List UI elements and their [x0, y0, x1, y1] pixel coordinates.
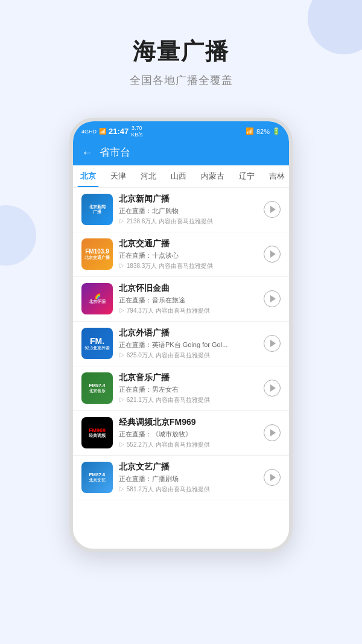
play-icon	[270, 206, 276, 213]
radio-name: 经典调频北京FM969	[119, 417, 258, 428]
radio-item[interactable]: FM103.9北京交通广播 北京交通广播 正在直播：十点谈心 ▷ 1838.3万…	[73, 232, 289, 277]
nav-bar: ← 省市台	[73, 141, 289, 165]
play-button[interactable]	[264, 424, 281, 441]
radio-info: 北京怀旧金曲 正在直播：音乐在旅途 ▷ 794.3万人 内容由喜马拉雅提供	[119, 283, 258, 315]
status-left: 4GHD 📶 21:47 3.70 KB/s	[81, 125, 142, 138]
wifi-icon: 📶	[246, 127, 254, 135]
radio-stats: ▷ 581.2万人 内容由喜马拉雅提供	[119, 485, 258, 494]
radio-live: 正在直播：广播剧场	[119, 474, 258, 483]
radio-live: 正在直播：男左女右	[119, 385, 258, 394]
tab-hebei[interactable]: 河北	[133, 165, 164, 187]
status-right: 📶 82% 🔋	[246, 127, 281, 135]
phone-wrapper: 4GHD 📶 21:47 3.70 KB/s 📶 82% 🔋 ← 省市台 北京 …	[0, 118, 362, 552]
radio-logo: FM87.6北京文艺	[81, 462, 113, 493]
play-button[interactable]	[264, 335, 281, 352]
radio-logo: 北京新闻广播	[81, 194, 113, 225]
radio-info: 北京新闻广播 正在直播：北广购物 ▷ 2138.6万人 内容由喜马拉雅提供	[119, 194, 258, 226]
radio-live: 正在直播：音乐在旅途	[119, 296, 258, 305]
play-icon	[270, 384, 276, 392]
status-bar: 4GHD 📶 21:47 3.70 KB/s 📶 82% 🔋	[73, 121, 289, 141]
radio-logo: FM103.9北京交通广播	[81, 238, 113, 270]
radio-name: 北京交通广播	[119, 238, 258, 249]
tab-beijing[interactable]: 北京	[73, 165, 103, 187]
play-icon	[270, 429, 276, 436]
radio-info: 经典调频北京FM969 正在直播：《城市放牧》 ▷ 552.2万人 内容由喜马拉…	[119, 417, 258, 449]
radio-stats: ▷ 621.1万人 内容由喜马拉雅提供	[119, 396, 258, 404]
radio-item[interactable]: FM97.4北京音乐 北京音乐广播 正在直播：男左女右 ▷ 621.1万人 内容…	[73, 366, 289, 411]
radio-info: 北京音乐广播 正在直播：男左女右 ▷ 621.1万人 内容由喜马拉雅提供	[119, 372, 258, 404]
radio-item[interactable]: 🌈北京怀旧 北京怀旧金曲 正在直播：音乐在旅途 ▷ 794.3万人 内容由喜马拉…	[73, 277, 289, 322]
radio-live: 正在直播：英语PK台 Going for Gol...	[119, 340, 258, 349]
network-type: 4GHD	[81, 129, 97, 135]
play-icon	[270, 295, 276, 302]
radio-name: 北京文艺广播	[119, 462, 258, 473]
phone-mockup: 4GHD 📶 21:47 3.70 KB/s 📶 82% 🔋 ← 省市台 北京 …	[69, 118, 293, 552]
radio-stats: ▷ 625.0万人 内容由喜马拉雅提供	[119, 351, 258, 360]
play-button[interactable]	[264, 380, 281, 397]
radio-logo: 🌈北京怀旧	[81, 283, 113, 314]
radio-logo: FM.92.3北京外语	[81, 328, 113, 359]
radio-list: 北京新闻广播 北京新闻广播 正在直播：北广购物 ▷ 2138.6万人 内容由喜马…	[73, 188, 289, 549]
play-button[interactable]	[264, 246, 281, 263]
radio-stats: ▷ 552.2万人 内容由喜马拉雅提供	[119, 441, 258, 449]
radio-info: 北京交通广播 正在直播：十点谈心 ▷ 1838.3万人 内容由喜马拉雅提供	[119, 238, 258, 270]
radio-item[interactable]: 北京新闻广播 北京新闻广播 正在直播：北广购物 ▷ 2138.6万人 内容由喜马…	[73, 188, 289, 232]
radio-item[interactable]: FM87.6北京文艺 北京文艺广播 正在直播：广播剧场 ▷ 581.2万人 内容…	[73, 456, 289, 500]
status-speed: 3.70 KB/s	[131, 125, 142, 138]
radio-item[interactable]: FM969经典调频 经典调频北京FM969 正在直播：《城市放牧》 ▷ 552.…	[73, 411, 289, 456]
radio-name: 北京新闻广播	[119, 194, 258, 205]
radio-logo: FM97.4北京音乐	[81, 372, 113, 404]
radio-logo: FM969经典调频	[81, 417, 113, 448]
radio-name: 北京外语广播	[119, 328, 258, 339]
tab-neimenggu[interactable]: 内蒙古	[194, 165, 232, 187]
tab-shanxi[interactable]: 山西	[164, 165, 194, 187]
tab-liaoning[interactable]: 辽宁	[232, 165, 262, 187]
play-icon	[270, 250, 276, 258]
radio-name: 北京怀旧金曲	[119, 283, 258, 294]
radio-live: 正在直播：北广购物	[119, 206, 258, 215]
tab-bar: 北京 天津 河北 山西 内蒙古 辽宁 吉林	[73, 165, 289, 188]
back-button[interactable]: ←	[81, 145, 94, 159]
play-button[interactable]	[264, 469, 281, 486]
radio-name: 北京音乐广播	[119, 372, 258, 383]
radio-live: 正在直播：《城市放牧》	[119, 430, 258, 439]
tab-tianjin[interactable]: 天津	[103, 165, 133, 187]
play-button[interactable]	[264, 290, 281, 307]
play-icon	[270, 474, 276, 481]
radio-item[interactable]: FM.92.3北京外语 北京外语广播 正在直播：英语PK台 Going for …	[73, 322, 289, 366]
battery-percent: 82%	[256, 128, 270, 135]
battery-icon: 🔋	[272, 127, 281, 135]
radio-live: 正在直播：十点谈心	[119, 251, 258, 260]
page-title: 海量广播	[0, 36, 362, 67]
page-subtitle: 全国各地广播全覆盖	[0, 73, 362, 88]
tab-jilin[interactable]: 吉林	[262, 165, 289, 187]
radio-stats: ▷ 2138.6万人 内容由喜马拉雅提供	[119, 217, 258, 226]
radio-stats: ▷ 1838.3万人 内容由喜马拉雅提供	[119, 262, 258, 270]
signal-icon: 📶	[99, 128, 106, 135]
status-time: 21:47	[109, 127, 129, 136]
nav-title: 省市台	[100, 145, 130, 159]
radio-info: 北京外语广播 正在直播：英语PK台 Going for Gol... ▷ 625…	[119, 328, 258, 360]
play-icon	[270, 340, 276, 347]
radio-stats: ▷ 794.3万人 内容由喜马拉雅提供	[119, 307, 258, 315]
radio-info: 北京文艺广播 正在直播：广播剧场 ▷ 581.2万人 内容由喜马拉雅提供	[119, 462, 258, 494]
play-button[interactable]	[264, 201, 281, 218]
